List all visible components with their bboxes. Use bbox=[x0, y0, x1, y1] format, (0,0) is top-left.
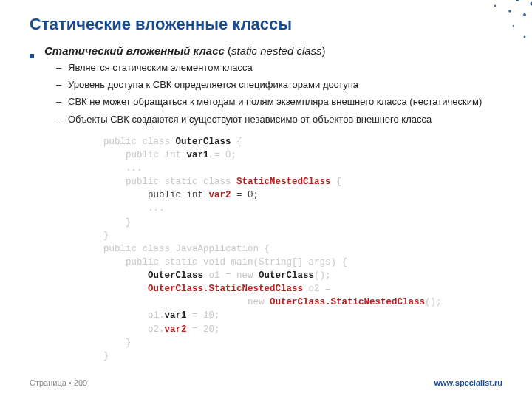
lead-italic: static nested class bbox=[231, 44, 322, 57]
lead-bold: Статический вложенный класс bbox=[44, 44, 225, 57]
list-item: СВК не может обращаться к методам и поля… bbox=[56, 95, 502, 109]
slide-title: Статические вложенные классы bbox=[30, 15, 502, 34]
site-link: www.specialist.ru bbox=[434, 378, 502, 387]
footer: Страница ▪ 209 www.specialist.ru bbox=[0, 378, 532, 387]
bullet-marker-icon bbox=[30, 54, 34, 58]
code-block: public class OuterClass { public int var… bbox=[103, 135, 502, 363]
slide-content: Статические вложенные классы Статический… bbox=[0, 0, 532, 363]
list-item: Является статическим элементом класса bbox=[56, 61, 502, 75]
list-item: Уровень доступа к СВК определяется специ… bbox=[56, 78, 502, 92]
lead-text: Статический вложенный класс (static nest… bbox=[44, 44, 326, 57]
page-number: Страница ▪ 209 bbox=[30, 378, 87, 387]
list-item: Объекты СВК создаются и существуют незав… bbox=[56, 113, 502, 126]
bullet-list: Является статическим элементом класса Ур… bbox=[56, 61, 502, 126]
lead-line: Статический вложенный класс (static nest… bbox=[30, 44, 502, 57]
